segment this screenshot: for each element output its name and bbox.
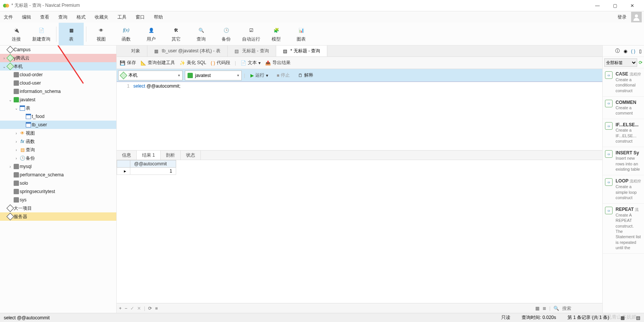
tree-item[interactable]: ›y腾讯云 [0, 54, 116, 62]
toolbtn-fx[interactable]: f(x)函数 [114, 23, 139, 46]
tree-item[interactable]: ›fx函数 [0, 137, 116, 146]
tree-item[interactable]: ⌄javatest [0, 96, 116, 104]
user-avatar[interactable] [631, 12, 642, 22]
tree-item[interactable]: Campus [0, 46, 116, 54]
result-tab[interactable]: 剖析 [161, 151, 181, 160]
expand-arrow-icon[interactable]: › [8, 165, 13, 169]
delete-row-button[interactable]: − [125, 306, 127, 311]
search-icon[interactable]: 🔍 [553, 306, 559, 311]
snippet-item[interactable]: ‹›COMMEN Create a comment [603, 97, 644, 119]
expand-arrow-icon[interactable]: › [14, 156, 19, 160]
toolbtn-table[interactable]: ▦表 [59, 23, 84, 46]
expand-arrow-icon[interactable]: ⌄ [14, 106, 19, 110]
toolbtn-misc[interactable]: 🛠其它 [164, 23, 189, 46]
tree-item[interactable]: ⌄本机 [0, 62, 116, 71]
expand-arrow-icon[interactable]: › [14, 148, 19, 152]
menu-tools[interactable]: 工具 [116, 14, 128, 20]
toolbtn-view[interactable]: 👁视图 [89, 23, 114, 46]
tree-item[interactable]: solo [0, 179, 116, 187]
form-view-icon[interactable]: ≣ [542, 306, 546, 311]
save-button[interactable]: 💾 保存 [120, 60, 136, 66]
brackets-icon[interactable]: ( ) [631, 49, 635, 54]
database-combo[interactable]: javatest▾ [185, 71, 242, 80]
menu-query[interactable]: 查询 [57, 14, 69, 20]
result-cell[interactable]: 1 [130, 168, 176, 175]
expand-arrow-icon[interactable]: › [2, 56, 7, 60]
tree-item[interactable]: tb_user [0, 121, 116, 129]
text-button[interactable]: 📄 文本 ▾ [241, 60, 261, 66]
tree-item[interactable]: 大一项目 [0, 204, 116, 212]
col-header[interactable]: @@autocommit [130, 160, 176, 168]
tree-item[interactable]: ⌄表 [0, 104, 116, 112]
tree-item[interactable]: ›👁视图 [0, 129, 116, 137]
stop-grid-button[interactable]: ■ [155, 306, 158, 311]
form-mode-icon[interactable]: ▤ [636, 315, 640, 320]
result-tab[interactable]: 结果 1 [137, 151, 161, 160]
maximize-button[interactable]: ▢ [606, 0, 624, 11]
tree-item[interactable]: ›mysql [0, 162, 116, 171]
snippet-item[interactable]: ‹›CASE 流程控Create a conditional construct [603, 68, 644, 97]
toolbtn-plug[interactable]: 🔌连接 [4, 23, 29, 46]
panel-icon[interactable]: ▯ [639, 49, 642, 54]
explain-button[interactable]: 🗒 解释 [295, 72, 316, 79]
export-result-button[interactable]: 📤 导出结果 [265, 60, 291, 66]
eye-icon[interactable]: ◉ [624, 49, 627, 54]
cancel-row-button[interactable]: ✕ [137, 306, 141, 311]
tree-item[interactable]: ›🕒备份 [0, 154, 116, 162]
document-tab[interactable]: ▤无标题 - 查询 [228, 46, 276, 57]
tree-item[interactable]: 服务器 [0, 212, 116, 221]
close-button[interactable]: ✕ [624, 0, 641, 11]
tree-item[interactable]: ›▤查询 [0, 146, 116, 154]
sql-editor[interactable]: 1 select @@autocommit; [117, 82, 602, 150]
menu-view[interactable]: 查看 [39, 14, 51, 20]
menu-help[interactable]: 帮助 [152, 14, 164, 20]
document-tab[interactable]: ▤* 无标题 - 查询 [276, 46, 328, 57]
info-icon[interactable]: ⓘ [615, 48, 620, 54]
snippet-item[interactable]: ‹›IF...ELSE... Create a IF...ELSE... con… [603, 119, 644, 147]
toolbtn-chart[interactable]: 📊图表 [289, 23, 314, 46]
tree-item[interactable]: information_schema [0, 87, 116, 96]
tree-item[interactable]: t_food [0, 112, 116, 121]
refresh-button[interactable]: ⟳ [148, 306, 152, 311]
query-builder-button[interactable]: 📐 查询创建工具 [141, 60, 175, 66]
tree-item[interactable]: cloud-user [0, 79, 116, 87]
result-grid[interactable]: @@autocommit ▸1 [117, 160, 602, 303]
result-tab[interactable]: 状态 [181, 151, 201, 160]
expand-arrow-icon[interactable]: › [14, 131, 19, 135]
result-tab[interactable]: 信息 [117, 151, 137, 160]
connection-combo[interactable]: 本机▾ [118, 71, 183, 80]
menu-file[interactable]: 文件 [2, 14, 14, 20]
grid-view-icon[interactable]: ▦ [535, 306, 539, 311]
toolbtn-model[interactable]: 🧩模型 [264, 23, 289, 46]
menu-edit[interactable]: 编辑 [20, 14, 33, 20]
grid-search-input[interactable] [562, 306, 600, 311]
grid-mode-icon[interactable]: ▦ [621, 315, 625, 320]
tree-item[interactable]: springsecuritytest [0, 187, 116, 196]
toolbtn-user[interactable]: 👤用户 [139, 23, 164, 46]
menu-fav[interactable]: 收藏夹 [93, 14, 110, 20]
snippet-item[interactable]: ‹›INSERT Sy Insert new rows into an exis… [603, 147, 644, 175]
tree-item[interactable]: sys [0, 196, 116, 204]
toolbtn-newq[interactable]: 📄新建查询 [29, 23, 54, 46]
toolbtn-query[interactable]: 🔍查询 [189, 23, 214, 46]
login-link[interactable]: 登录 [616, 14, 628, 20]
minimize-button[interactable]: — [589, 0, 606, 11]
tree-item[interactable]: performance_schema [0, 171, 116, 179]
refresh-snippets-icon[interactable]: ⟳ [639, 60, 642, 65]
expand-arrow-icon[interactable]: ⌄ [2, 64, 7, 69]
document-tab[interactable]: ▦tb_user @javatest (本机) - 表 [147, 46, 228, 57]
stop-button[interactable]: ■ 停止 [274, 72, 293, 79]
document-tab[interactable]: 对象 [117, 46, 147, 57]
menu-window[interactable]: 窗口 [134, 14, 146, 20]
toolbtn-auto[interactable]: ☑自动运行 [239, 23, 264, 46]
expand-arrow-icon[interactable]: ⌄ [8, 98, 13, 102]
menu-format[interactable]: 格式 [75, 14, 87, 20]
tree-item[interactable]: cloud-order [0, 71, 116, 79]
expand-arrow-icon[interactable]: › [14, 140, 19, 144]
code-snippet-button[interactable]: ( ) 代码段 [211, 60, 230, 66]
beautify-sql-button[interactable]: ✨ 美化 SQL [180, 60, 206, 66]
apply-button[interactable]: ✓ [130, 306, 134, 311]
snippet-item[interactable]: ‹›LOOP 流程控Create a simple loop construct [603, 175, 644, 204]
tag-filter-combo[interactable]: 全部标签 [604, 58, 637, 67]
snippet-item[interactable]: ‹›REPEAT 流Create A REPEAT construct. The… [603, 204, 644, 254]
